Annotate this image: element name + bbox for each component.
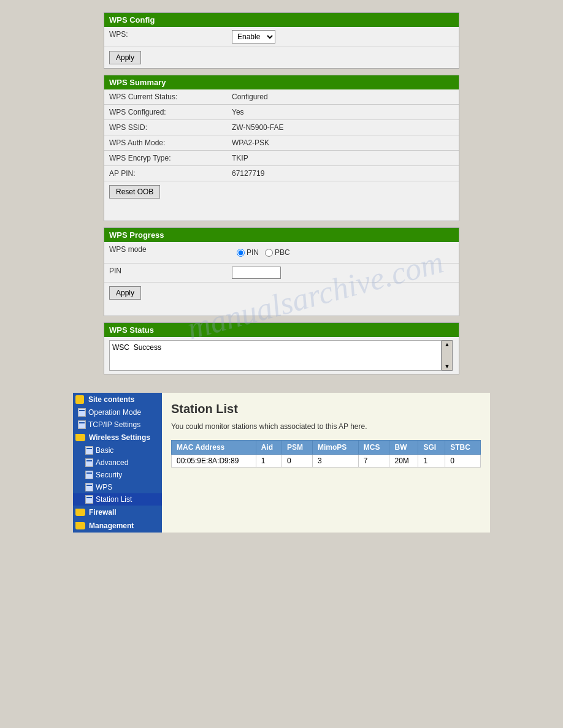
col-aid: Aid [256, 441, 282, 455]
sidebar-label-station-list: Station List [96, 495, 132, 504]
wps-row: WPS: Enable Disable [104, 27, 459, 47]
wps-summary-section: WPS Summary WPS Current Status: Configur… [104, 75, 459, 221]
summary-row-4: WPS Encryp Type: TKIP [104, 151, 459, 166]
summary-row-2: WPS SSID: ZW-N5900-FAE [104, 120, 459, 135]
pin-radio-item: PIN [237, 248, 259, 257]
folder-icon-firewall [75, 509, 85, 516]
wps-top-container: manualsarchive.com WPS Config WPS: Enabl… [104, 12, 459, 374]
table-row: 00:05:9E:8A:D9:89 1 0 3 7 20M 1 0 [172, 455, 481, 468]
pbc-radio[interactable] [265, 249, 273, 257]
wps-status-section: WPS Status WSC Success ▲ ▼ [104, 322, 459, 374]
wps-config-header: WPS Config [104, 13, 459, 27]
reset-oob-button[interactable]: Reset OOB [109, 185, 160, 199]
wps-config-apply-button[interactable]: Apply [109, 51, 141, 64]
wps-select-wrapper: Enable Disable [227, 27, 459, 47]
col-sgi: SGI [418, 441, 445, 455]
summary-value-1: Yes [227, 105, 459, 119]
cell-stbc: 0 [445, 455, 481, 468]
scrollbar: ▲ ▼ [442, 340, 453, 371]
sidebar-label-management: Management [89, 521, 134, 530]
radio-group: PIN PBC [232, 245, 454, 260]
scroll-up-arrow[interactable]: ▲ [445, 341, 450, 347]
scroll-down-arrow[interactable]: ▼ [445, 363, 450, 370]
summary-label-5: AP PIN: [104, 166, 227, 181]
bottom-section: Site contents Operation Mode TCP/IP Sett… [73, 393, 490, 533]
progress-spacer [104, 303, 459, 316]
wps-status-textarea[interactable]: WSC Success [109, 340, 442, 371]
sidebar-label-operation-mode: Operation Mode [88, 408, 141, 417]
sidebar-item-operation-mode[interactable]: Operation Mode [73, 406, 162, 419]
sidebar-label-firewall: Firewall [89, 508, 117, 517]
cell-psm: 0 [282, 455, 312, 468]
pin-radio[interactable] [237, 249, 245, 257]
summary-label-3: WPS Auth Mode: [104, 135, 227, 150]
page-icon-station-list [85, 495, 93, 504]
pbc-radio-item: PBC [265, 248, 290, 257]
pin-radio-label: PIN [247, 248, 259, 257]
sidebar-item-wps[interactable]: WPS [73, 481, 162, 493]
station-table-body: 00:05:9E:8A:D9:89 1 0 3 7 20M 1 0 [172, 455, 481, 468]
wps-progress-apply-button[interactable]: Apply [109, 286, 141, 300]
col-stbc: STBC [445, 441, 481, 455]
wps-progress-apply-row: Apply [104, 282, 459, 303]
sidebar-item-station-list[interactable]: Station List [73, 493, 162, 506]
main-content: Station List You could monitor stations … [162, 393, 490, 533]
cell-sgi: 1 [418, 455, 445, 468]
pin-input[interactable] [232, 267, 281, 279]
summary-row-3: WPS Auth Mode: WPA2-PSK [104, 135, 459, 151]
summary-value-0: Configured [227, 89, 459, 104]
summary-row-0: WPS Current Status: Configured [104, 89, 459, 105]
page-icon-advanced [85, 458, 93, 467]
site-contents-icon [75, 395, 84, 404]
summary-value-4: TKIP [227, 151, 459, 165]
pin-input-row: PIN [104, 264, 459, 282]
wps-progress-section: WPS Progress WPS mode PIN PBC [104, 227, 459, 316]
sidebar-management[interactable]: Management [73, 519, 162, 533]
page-title: Station List [171, 402, 481, 416]
sidebar-label-basic: Basic [96, 446, 113, 455]
sidebar-item-advanced[interactable]: Advanced [73, 457, 162, 469]
pin-input-wrapper [227, 264, 459, 282]
cell-aid: 1 [256, 455, 282, 468]
sidebar-firewall[interactable]: Firewall [73, 506, 162, 519]
summary-value-5: 67127719 [227, 166, 459, 181]
pin-input-label: PIN [104, 264, 227, 282]
summary-value-3: WPA2-PSK [227, 135, 459, 150]
sidebar-item-basic[interactable]: Basic [73, 444, 162, 457]
col-mac: MAC Address [172, 441, 256, 455]
cell-mcs: 7 [358, 455, 389, 468]
page-icon-wps [85, 483, 93, 491]
cell-mac: 00:05:9E:8A:D9:89 [172, 455, 256, 468]
sidebar-site-contents: Site contents [73, 393, 162, 406]
wps-select[interactable]: Enable Disable [232, 30, 275, 44]
sidebar-label-security: Security [96, 471, 122, 479]
summary-label-0: WPS Current Status: [104, 89, 227, 104]
folder-icon-wireless [75, 434, 85, 441]
wps-config-apply-row: Apply [104, 47, 459, 68]
sidebar-label-wps: WPS [96, 483, 112, 491]
pbc-radio-label: PBC [275, 248, 290, 257]
summary-row-5: AP PIN: 67127719 [104, 166, 459, 181]
wps-progress-header: WPS Progress [104, 228, 459, 242]
wps-mode-row: WPS mode PIN PBC [104, 242, 459, 264]
wps-status-row: WSC Success ▲ ▼ [104, 337, 459, 374]
col-mcs: MCS [358, 441, 389, 455]
col-psm: PSM [282, 441, 312, 455]
sidebar: Site contents Operation Mode TCP/IP Sett… [73, 393, 162, 533]
summary-label-4: WPS Encryp Type: [104, 151, 227, 165]
sidebar-item-tcpip[interactable]: TCP/IP Settings [73, 419, 162, 431]
summary-row-1: WPS Configured: Yes [104, 105, 459, 120]
sidebar-site-contents-label: Site contents [88, 395, 134, 404]
summary-label-2: WPS SSID: [104, 120, 227, 135]
col-bw: BW [389, 441, 418, 455]
cell-mimops: 3 [312, 455, 358, 468]
sidebar-wireless-settings[interactable]: Wireless Settings [73, 431, 162, 444]
col-mimops: MimoPS [312, 441, 358, 455]
wps-mode-radios: PIN PBC [227, 242, 459, 263]
summary-value-2: ZW-N5900-FAE [227, 120, 459, 135]
summary-spacer [104, 202, 459, 221]
station-table-head: MAC Address Aid PSM MimoPS MCS BW SGI ST… [172, 441, 481, 455]
page-icon-tcpip [78, 420, 86, 429]
wps-config-section: WPS Config WPS: Enable Disable Apply [104, 12, 459, 69]
sidebar-item-security[interactable]: Security [73, 469, 162, 481]
